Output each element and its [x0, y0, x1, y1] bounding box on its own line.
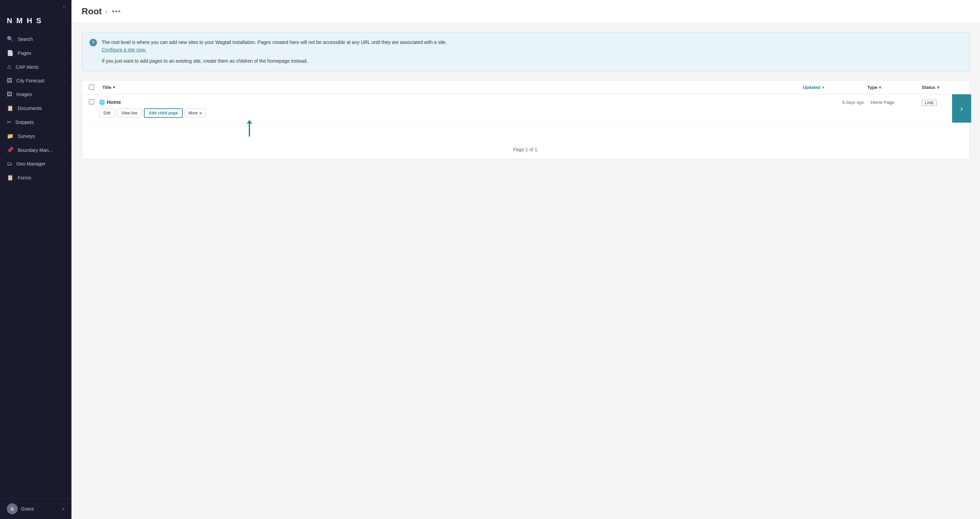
status-badge: LIVE: [922, 100, 937, 106]
sidebar-item-surveys[interactable]: 📁 Surveys: [0, 129, 72, 143]
sort-arrow-up-icon: ∧: [822, 85, 824, 89]
sidebar-footer[interactable]: G Grace ∧: [0, 498, 72, 519]
pages-icon: 📄: [7, 50, 14, 56]
sidebar-item-label: CAP Alerts: [16, 64, 59, 70]
snippets-icon: ✂: [7, 119, 11, 125]
table-header: Title ▾ Updated ∧ Type ∨: [82, 80, 969, 94]
sidebar-item-boundary-manager[interactable]: 📌 Boundary Man... ›: [0, 143, 72, 157]
chevron-right-icon: ›: [63, 162, 65, 166]
select-all-checkbox[interactable]: [89, 85, 94, 90]
sidebar-nav: 🔍 Search 📄 Pages › ⚠ CAP Alerts › 🖼 City…: [0, 32, 72, 498]
col-title: Title ▾: [102, 85, 799, 90]
globe-icon: 🌐: [99, 99, 105, 105]
boundary-icon: 📌: [7, 147, 14, 153]
navigate-right-icon: ›: [960, 104, 963, 113]
col-type: Type ∨: [861, 85, 915, 90]
sidebar-item-cap-alerts[interactable]: ⚠ CAP Alerts ›: [0, 60, 72, 74]
search-icon: 🔍: [7, 36, 14, 42]
row-title-area: 🌐 Home Edit View live Add child page Mor…: [99, 99, 810, 118]
sidebar-item-documents[interactable]: 📋 Documents: [0, 101, 72, 115]
content-area: ? The root level is where you can add ne…: [72, 23, 980, 519]
row-actions: Edit View live Add child page More ∨: [99, 108, 810, 118]
surveys-icon: 📁: [7, 133, 14, 139]
col-updated: Updated ∧: [803, 85, 857, 90]
page-title: Root: [82, 6, 102, 17]
row-checkbox-col: [89, 99, 99, 105]
pagination: Page 1 of 1.: [82, 140, 969, 159]
sidebar-logo: N M H S: [0, 13, 72, 32]
more-options-button[interactable]: •••: [112, 8, 121, 15]
forms-icon: 📋: [7, 174, 14, 181]
page-title-text: Home: [107, 99, 121, 105]
sidebar-item-label: Boundary Man...: [18, 147, 59, 153]
sidebar-item-label: Images: [16, 92, 65, 97]
more-button[interactable]: More ∨: [185, 109, 206, 118]
arrow-shaft: [249, 123, 250, 137]
sidebar-item-city-forecast[interactable]: 🖼 City Forecast ›: [0, 74, 72, 88]
row-page-title: 🌐 Home: [99, 99, 810, 105]
arrow-annotation: [82, 123, 969, 140]
annotation-arrow: [249, 123, 250, 137]
info-icon: ?: [89, 39, 97, 46]
view-live-button[interactable]: View live: [117, 109, 142, 118]
sidebar-item-forms[interactable]: 📋 Forms: [0, 171, 72, 185]
row-checkbox[interactable]: [89, 99, 94, 105]
more-label: More: [189, 111, 198, 115]
sidebar-item-label: Geo Manager: [16, 161, 59, 166]
sort-type-arrow-icon: ∨: [878, 85, 881, 89]
sidebar-item-search[interactable]: 🔍 Search: [0, 32, 72, 46]
info-text-line1: The root level is where you can add new …: [102, 38, 447, 54]
sort-by-updated-button[interactable]: Updated ∧: [803, 85, 824, 90]
select-all-checkbox-col: [89, 85, 99, 90]
edit-button[interactable]: Edit: [99, 109, 115, 118]
topbar: Root › •••: [72, 0, 980, 23]
geo-icon: 🗂: [7, 161, 12, 167]
sidebar-item-pages[interactable]: 📄 Pages ›: [0, 46, 72, 60]
arrow-head: [247, 120, 252, 124]
sort-status-arrow-icon: ∨: [937, 85, 940, 89]
sidebar-item-geo-manager[interactable]: 🗂 Geo Manager ›: [0, 157, 72, 171]
col-status: Status ∨: [918, 85, 963, 90]
sidebar: ← N M H S 🔍 Search 📄 Pages › ⚠ CAP Alert…: [0, 0, 72, 519]
sidebar-item-label: Snippets: [15, 120, 65, 125]
sort-by-status-button[interactable]: Status ∨: [922, 85, 940, 90]
more-chevron-icon: ∨: [199, 111, 202, 115]
documents-icon: 📋: [7, 105, 14, 111]
breadcrumb-chevron-icon: ›: [105, 8, 107, 15]
images-icon: 🖼: [7, 91, 12, 97]
chevron-right-icon: ›: [63, 51, 65, 55]
info-text: The root level is where you can add new …: [102, 38, 447, 65]
sidebar-item-images[interactable]: 🖼 Images: [0, 88, 72, 101]
city-forecast-icon: 🖼: [7, 78, 12, 84]
sidebar-item-label: Search: [18, 37, 65, 42]
sidebar-item-label: Surveys: [18, 134, 65, 139]
configure-site-link[interactable]: Configure a site now.: [102, 47, 146, 53]
sidebar-item-label: Pages: [18, 50, 59, 56]
row-navigate-button[interactable]: ›: [952, 94, 971, 123]
collapse-icon: ←: [62, 3, 67, 10]
chevron-right-icon: ›: [63, 65, 65, 69]
add-child-page-button[interactable]: Add child page: [144, 108, 183, 118]
avatar: G: [7, 503, 18, 514]
chevron-right-icon: ›: [63, 148, 65, 152]
sidebar-collapse-button[interactable]: ←: [0, 0, 72, 13]
main-content: Root › ••• ? The root level is where you…: [72, 0, 980, 519]
info-banner: ? The root level is where you can add ne…: [82, 32, 970, 71]
sidebar-item-label: Forms: [18, 175, 65, 180]
sidebar-item-snippets[interactable]: ✂ Snippets: [0, 115, 72, 129]
sort-by-type-button[interactable]: Type ∨: [867, 85, 881, 90]
cap-alerts-icon: ⚠: [7, 64, 11, 70]
table-row: 🌐 Home Edit View live Add child page Mor…: [82, 94, 969, 123]
sidebar-item-label: City Forecast: [16, 78, 59, 83]
page-table: Title ▾ Updated ∧ Type ∨: [82, 80, 970, 160]
chevron-right-icon: ›: [63, 79, 65, 83]
info-text-line2: If you just want to add pages to an exis…: [102, 57, 447, 65]
chevron-up-icon: ∧: [62, 507, 65, 511]
sort-arrow-icon: ▾: [113, 85, 115, 89]
sort-by-title-button[interactable]: Title ▾: [102, 85, 115, 90]
sidebar-item-label: Documents: [18, 105, 65, 111]
user-name: Grace: [21, 506, 59, 511]
row-updated: 6 days ago: [810, 99, 864, 105]
row-type: Home Page: [864, 99, 918, 105]
